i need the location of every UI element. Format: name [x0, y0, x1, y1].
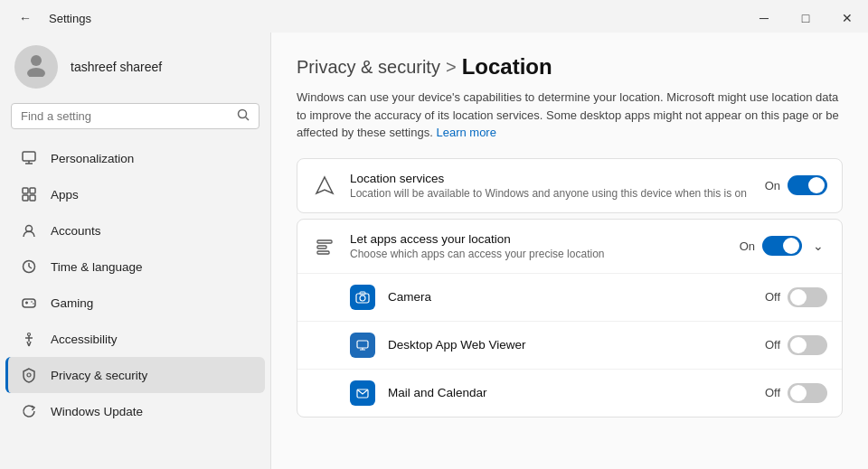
toggle-thumb	[790, 337, 807, 353]
search-input[interactable]	[21, 109, 230, 123]
back-icon: ←	[19, 11, 32, 25]
desktop-web-viewer-icon	[350, 333, 375, 358]
app-row-camera: Camera Off	[297, 274, 842, 322]
sidebar-item-label: Accessibility	[51, 333, 118, 346]
svg-rect-28	[317, 246, 326, 249]
sidebar-item-privacy-security[interactable]: Privacy & security	[5, 357, 265, 393]
mail-calendar-control: Off	[765, 383, 827, 403]
svg-rect-27	[317, 240, 332, 243]
search-box[interactable]	[11, 103, 259, 129]
app-body: tashreef shareef Personalization	[0, 33, 868, 469]
let-apps-row: Let apps access your location Choose whi…	[297, 220, 842, 274]
mail-calendar-name: Mail and Calendar	[388, 386, 752, 399]
svg-line-24	[29, 342, 31, 346]
minimize-icon: ─	[760, 11, 769, 25]
search-icon	[237, 108, 250, 124]
desktop-web-viewer-control: Off	[765, 335, 827, 355]
svg-point-20	[28, 333, 31, 336]
sidebar-item-accounts[interactable]: Accounts	[5, 212, 265, 249]
svg-rect-29	[317, 251, 329, 254]
desktop-web-viewer-name: Desktop App Web Viewer	[388, 338, 752, 352]
let-apps-toggle[interactable]	[762, 236, 802, 256]
gaming-icon	[20, 294, 38, 312]
svg-point-18	[31, 301, 33, 303]
svg-point-2	[239, 110, 247, 118]
svg-rect-33	[357, 341, 368, 348]
svg-point-31	[360, 295, 365, 301]
minimize-button[interactable]: ─	[743, 4, 785, 33]
personalization-icon	[20, 149, 38, 167]
location-services-control: On	[765, 175, 827, 195]
time-language-icon	[20, 258, 38, 276]
svg-point-1	[27, 68, 45, 77]
svg-rect-7	[23, 188, 28, 193]
let-apps-chevron[interactable]: ⌄	[809, 237, 827, 255]
let-apps-icon	[312, 233, 337, 258]
sidebar-item-apps[interactable]: Apps	[5, 176, 265, 212]
title-bar-title: Settings	[49, 12, 91, 25]
sidebar: tashreef shareef Personalization	[0, 33, 271, 469]
location-services-icon	[312, 173, 337, 198]
sidebar-item-time-language[interactable]: Time & language	[5, 249, 265, 285]
desktop-web-viewer-toggle[interactable]	[788, 335, 827, 355]
camera-toggle[interactable]	[788, 287, 827, 307]
learn-more-link[interactable]: Learn more	[436, 126, 495, 139]
toggle-thumb	[790, 385, 807, 401]
app-row-desktop-web-viewer: Desktop App Web Viewer Off	[297, 322, 842, 370]
location-services-text: Location services Location will be avail…	[350, 172, 752, 200]
svg-point-19	[33, 303, 34, 305]
camera-control: Off	[765, 287, 827, 307]
accessibility-icon	[20, 330, 38, 348]
sidebar-item-personalization[interactable]: Personalization	[5, 140, 265, 176]
toggle-thumb	[783, 238, 799, 254]
location-services-card: Location services Location will be avail…	[297, 158, 843, 213]
sidebar-item-gaming[interactable]: Gaming	[5, 285, 265, 321]
svg-marker-26	[316, 177, 333, 193]
let-apps-status: On	[740, 239, 755, 253]
maximize-button[interactable]: □	[785, 4, 826, 33]
avatar-icon	[24, 52, 49, 82]
svg-point-25	[27, 373, 31, 377]
app-row-mail-calendar: Mail and Calendar Off	[297, 370, 842, 417]
sidebar-item-accessibility[interactable]: Accessibility	[5, 321, 265, 357]
sidebar-item-label: Privacy & security	[51, 369, 147, 382]
sidebar-item-label: Accounts	[51, 224, 101, 238]
let-apps-text: Let apps access your location Choose whi…	[350, 232, 727, 260]
sidebar-item-windows-update[interactable]: Windows Update	[5, 393, 265, 429]
location-services-status: On	[765, 179, 780, 192]
svg-point-0	[31, 55, 42, 66]
sidebar-item-label: Personalization	[51, 152, 134, 165]
breadcrumb-parent: Privacy & security	[297, 57, 440, 78]
breadcrumb-current: Location	[462, 54, 552, 80]
breadcrumb: Privacy & security > Location	[297, 54, 843, 80]
user-section: tashreef shareef	[0, 36, 270, 103]
location-services-toggle[interactable]	[788, 175, 827, 195]
desktop-web-viewer-status: Off	[765, 338, 780, 352]
mail-calendar-icon	[350, 380, 375, 406]
camera-status: Off	[765, 290, 780, 304]
back-button[interactable]: ←	[11, 4, 40, 33]
let-apps-subtitle: Choose which apps can access your precis…	[350, 248, 727, 260]
close-icon: ✕	[842, 11, 853, 25]
let-apps-card: Let apps access your location Choose whi…	[297, 219, 843, 417]
avatar	[14, 45, 58, 89]
privacy-security-icon	[20, 366, 38, 384]
svg-rect-4	[23, 152, 35, 161]
let-apps-title: Let apps access your location	[350, 232, 727, 246]
accounts-icon	[20, 221, 38, 239]
camera-app-icon	[350, 285, 375, 310]
mail-calendar-status: Off	[765, 386, 780, 399]
svg-rect-9	[23, 195, 28, 201]
close-button[interactable]: ✕	[826, 4, 868, 33]
user-name: tashreef shareef	[71, 60, 162, 74]
toggle-thumb	[808, 177, 825, 193]
svg-line-14	[29, 267, 32, 268]
windows-update-icon	[20, 402, 38, 420]
title-bar: ← Settings ─ □ ✕	[0, 0, 868, 33]
sidebar-item-label: Apps	[51, 188, 79, 202]
mail-calendar-toggle[interactable]	[788, 383, 827, 403]
svg-rect-10	[30, 195, 35, 201]
location-services-title: Location services	[350, 172, 752, 185]
maximize-icon: □	[802, 11, 809, 25]
sidebar-item-label: Time & language	[51, 260, 143, 274]
